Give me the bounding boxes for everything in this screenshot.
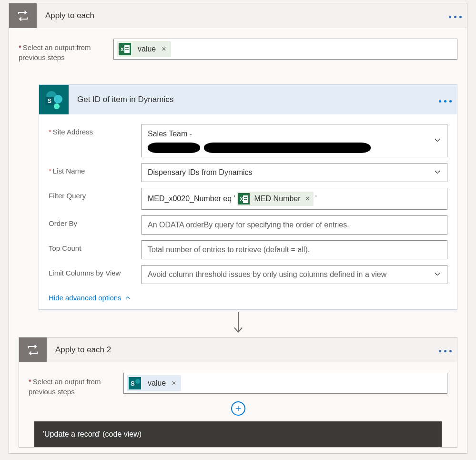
loop-icon — [9, 3, 37, 28]
card-header[interactable]: S Get ID of item in Dynamics — [39, 85, 457, 114]
hide-advanced-options-link[interactable]: Hide advanced options — [49, 294, 131, 302]
redacted-content — [148, 142, 371, 153]
list-name-label: *List Name — [49, 163, 142, 182]
flow-designer-canvas: Apply to each *Select an output from pre… — [0, 0, 476, 460]
site-address-label: *Site Address — [49, 124, 142, 157]
flow-connector-arrow — [19, 310, 457, 337]
limit-columns-label: Limit Columns by View — [49, 265, 142, 284]
dynamic-token-sharepoint-value[interactable]: value × — [127, 375, 181, 391]
remove-token-button[interactable]: × — [161, 45, 167, 53]
sharepoint-icon: S — [39, 85, 69, 114]
sharepoint-get-items-card: S Get ID of item in Dynamics *Site Addre… — [39, 84, 457, 310]
sharepoint-icon — [129, 377, 141, 389]
card-title: Apply to each 2 — [47, 345, 433, 355]
limit-columns-select[interactable]: Avoid column threshold issues by only us… — [142, 265, 447, 284]
apply-to-each-card: Apply to each *Select an output from pre… — [9, 3, 467, 454]
select-output-input[interactable]: value × — [123, 373, 447, 394]
plus-icon — [234, 405, 242, 412]
more-menu-button[interactable] — [433, 346, 457, 354]
add-action-button[interactable] — [231, 401, 245, 416]
token-label: MED Number — [254, 193, 301, 204]
more-menu-button[interactable] — [433, 96, 457, 104]
token-label: value — [148, 379, 166, 388]
filter-query-label: Filter Query — [49, 188, 142, 210]
remove-token-button[interactable]: × — [171, 379, 177, 388]
filter-query-input[interactable]: MED_x0020_Number eq ' MED Number × ' — [142, 188, 447, 210]
select-output-label: *Select an output from previous steps — [19, 39, 102, 62]
card-body: *Select an output from previous steps va… — [19, 362, 457, 447]
card-header[interactable]: Apply to each — [9, 3, 467, 28]
top-count-label: Top Count — [49, 240, 142, 259]
more-menu-button[interactable] — [443, 11, 467, 20]
select-output-input[interactable]: value × — [113, 39, 457, 60]
card-title: Get ID of item in Dynamics — [69, 95, 433, 104]
select-output-label: *Select an output from previous steps — [29, 373, 112, 397]
excel-icon — [119, 43, 131, 55]
dynamic-token-excel-med-number[interactable]: MED Number × — [237, 192, 314, 206]
apply-to-each-2-card: Apply to each 2 *Select an output from p… — [19, 337, 457, 448]
list-name-select[interactable]: Dispensary IDs from Dynamics — [142, 163, 447, 182]
card-header[interactable]: Apply to each 2 — [19, 337, 457, 362]
token-label: value — [138, 45, 156, 53]
order-by-label: Order By — [49, 215, 142, 235]
remove-token-button[interactable]: × — [304, 193, 311, 204]
loop-icon — [19, 337, 47, 362]
top-count-input[interactable]: Total number of entries to retrieve (def… — [142, 240, 447, 259]
chevron-up-icon — [124, 295, 131, 301]
excel-icon — [238, 193, 250, 204]
dynamic-token-excel-value[interactable]: value × — [117, 41, 171, 57]
order-by-input[interactable]: An ODATA orderBy query for specifying th… — [142, 215, 447, 235]
card-body: *Select an output from previous steps va… — [9, 28, 467, 453]
site-address-select[interactable]: Sales Team - — [142, 124, 447, 157]
card-title: Apply to each — [37, 11, 443, 20]
card-body: *Site Address Sales Team - — [39, 114, 457, 309]
update-record-code-view-header[interactable]: 'Update a record' (code view) — [34, 421, 442, 447]
